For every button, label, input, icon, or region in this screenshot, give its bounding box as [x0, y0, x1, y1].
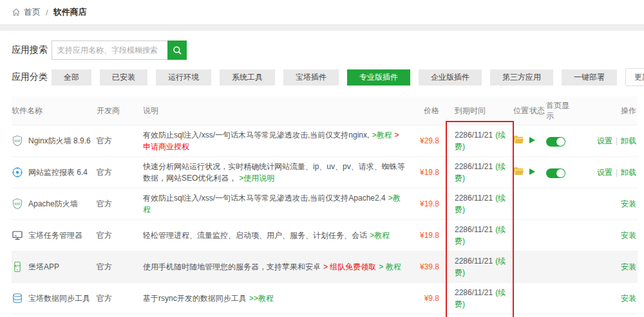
category-tab-4[interactable]: 宝塔插件: [283, 69, 339, 86]
operation-separator: |: [616, 168, 618, 177]
header-developer: 开发商: [97, 96, 143, 125]
expire-date: 2286/11/21: [455, 257, 493, 266]
developer-cell: 官方: [97, 125, 143, 157]
description-text: 有效防止sql注入/xss/一句话木马等常见渗透攻击,当前仅支持Apache2.…: [143, 194, 386, 203]
breadcrumb-separator: /: [46, 8, 48, 17]
operation-separator: |: [616, 136, 618, 145]
operation-link-install[interactable]: 安装: [621, 231, 636, 240]
operation-link-settings[interactable]: 设置: [597, 168, 612, 177]
table-row: WAF Nginx防火墙 8.9.6 官方 有效防止sql注入/xss/一句话木…: [12, 125, 638, 157]
price: ¥29.8: [420, 136, 439, 145]
app-name: Apache防火墙: [28, 198, 78, 210]
category-tab-2[interactable]: 运行环境: [156, 69, 211, 86]
software-table: 软件名称 开发商 说明 价格 到期时间 位置 状态 首页显示 操作 WAF Ng…: [12, 96, 638, 317]
expire-date: 2286/11/21: [455, 288, 493, 297]
operation-link-settings[interactable]: 设置: [597, 136, 612, 145]
table-header-row: 软件名称 开发商 说明 价格 到期时间 位置 状态 首页显示 操作: [12, 96, 638, 125]
homepage-show-toggle[interactable]: [546, 137, 565, 147]
category-tab-3[interactable]: 系统工具: [220, 69, 275, 86]
homepage-show-toggle[interactable]: [546, 168, 565, 178]
app-name: 宝塔数据同步工具: [28, 293, 90, 304]
task-manager-icon: [12, 230, 23, 241]
operation-link-uninstall[interactable]: 卸载: [621, 136, 636, 145]
category-tab-5[interactable]: 专业版插件: [347, 69, 410, 86]
header-description: 说明: [143, 96, 406, 125]
developer-cell: 官方: [97, 188, 143, 220]
svg-text:WAF: WAF: [14, 203, 21, 206]
description-link[interactable]: >教程: [370, 231, 390, 240]
operations-cell: 安装: [575, 220, 638, 251]
category-tab-8[interactable]: 一键部署: [562, 69, 617, 86]
description-link[interactable]: >使用说明: [239, 174, 274, 183]
price: ¥19.8: [420, 231, 439, 240]
database-sync-icon: [12, 293, 23, 304]
home-icon: [12, 8, 21, 17]
description-text: 使用手机随时随地管理您的服务器，支持苹果和安卓: [143, 262, 321, 271]
description-text: 轻松管理进程、流量监控、启动项、用户、服务、计划任务、会话: [143, 231, 367, 240]
category-tab-1[interactable]: 已安装: [100, 69, 147, 86]
operations-cell: 安装: [575, 283, 638, 314]
search-button[interactable]: [167, 41, 187, 60]
description-link[interactable]: >教程: [372, 131, 392, 140]
breadcrumb-home-label[interactable]: 首页: [24, 6, 41, 18]
search-input[interactable]: [52, 41, 167, 60]
description-text: 有效防止sql注入/xss/一句话木马等常见渗透攻击,当前仅支持nginx,: [143, 131, 369, 140]
description-link[interactable]: > 组队免费领取: [323, 262, 376, 271]
operations-cell: 安装: [575, 188, 638, 220]
expire-date: 2286/11/21: [455, 225, 493, 234]
category-tab-6[interactable]: 企业版插件: [419, 69, 482, 86]
description-cell: 基于rsync开发的数据同步工具>>教程: [143, 283, 406, 314]
operations-cell: 安装: [575, 314, 638, 317]
operation-link-install[interactable]: 安装: [621, 199, 636, 208]
search-label: 应用搜索: [12, 44, 52, 56]
description-cell: 通过SSH登录二次认证保证SSH登录安全>使用教程: [143, 314, 406, 317]
expire-date: 2286/11/21: [455, 162, 493, 171]
table-row: APP 堡塔APP 官方 使用手机随时随地管理您的服务器，支持苹果和安卓> 组队…: [12, 251, 638, 283]
site-monitor-icon: [12, 167, 23, 178]
price: ¥9.8: [424, 294, 439, 303]
section-divider: [0, 24, 644, 31]
header-homepage-show: 首页显示: [546, 96, 575, 125]
category-tabs: 全部已安装运行环境系统工具宝塔插件专业版插件企业版插件第三方应用一键部署: [52, 69, 625, 86]
operations-cell: 安装: [575, 251, 638, 283]
operation-link-install[interactable]: 安装: [621, 262, 636, 271]
expire-date: 2286/11/21: [455, 194, 493, 203]
folder-icon[interactable]: [513, 135, 524, 144]
folder-icon[interactable]: [513, 167, 524, 176]
header-operations: 操作: [575, 96, 638, 125]
table-row: 宝塔任务管理器 官方 轻松管理进程、流量监控、启动项、用户、服务、计划任务、会话…: [12, 220, 638, 251]
waf-shield-icon: WAF: [12, 135, 23, 147]
operations-cell: 设置|卸载: [575, 157, 638, 188]
operations-cell: 设置|卸载: [575, 125, 638, 157]
category-tab-0[interactable]: 全部: [52, 69, 91, 86]
operation-link-install[interactable]: 安装: [621, 294, 636, 303]
table-row: 宝塔数据同步工具 官方 基于rsync开发的数据同步工具>>教程 ¥9.8 22…: [12, 283, 638, 314]
price: ¥19.8: [420, 168, 439, 177]
header-status: 状态: [529, 96, 546, 125]
description-link[interactable]: > 教程: [379, 262, 401, 271]
app-name: 宝塔任务管理器: [28, 230, 82, 241]
update-software-list-button[interactable]: 更新软件列表: [625, 68, 644, 86]
description-link[interactable]: >>教程: [249, 294, 274, 303]
waf-shield-icon: WAF: [12, 198, 23, 210]
header-software-name: 软件名称: [12, 96, 97, 125]
play-status-icon[interactable]: [529, 168, 535, 175]
operation-link-uninstall[interactable]: 卸载: [621, 168, 636, 177]
table-row: 网站监控报表 6.4 官方 快速分析网站运行状况，实时精确统计网站流量、ip、u…: [12, 157, 638, 188]
search-icon: [173, 46, 182, 55]
play-status-icon[interactable]: [529, 137, 535, 143]
breadcrumb-current: 软件商店: [53, 6, 87, 18]
expire-date: 2286/11/21: [455, 131, 493, 140]
breadcrumb-home[interactable]: 首页: [12, 6, 41, 18]
search-box: [52, 41, 187, 60]
header-position: 位置: [513, 96, 529, 125]
header-expire: 到期时间: [443, 96, 513, 125]
price: ¥19.8: [420, 199, 439, 208]
category-label: 应用分类: [12, 71, 52, 83]
mobile-app-icon: APP: [12, 261, 23, 273]
category-tab-7[interactable]: 第三方应用: [490, 69, 553, 86]
table-row: WAF Apache防火墙 官方 有效防止sql注入/xss/一句话木马等常见渗…: [12, 188, 638, 220]
description-cell: 快速分析网站运行状况，实时精确统计网站流量、ip、uv、pv、请求、蜘蛛等数据，…: [143, 157, 406, 188]
description-cell: 有效防止sql注入/xss/一句话木马等常见渗透攻击,当前仅支持nginx,>教…: [143, 125, 406, 157]
app-name: Nginx防火墙 8.9.6: [28, 135, 91, 147]
